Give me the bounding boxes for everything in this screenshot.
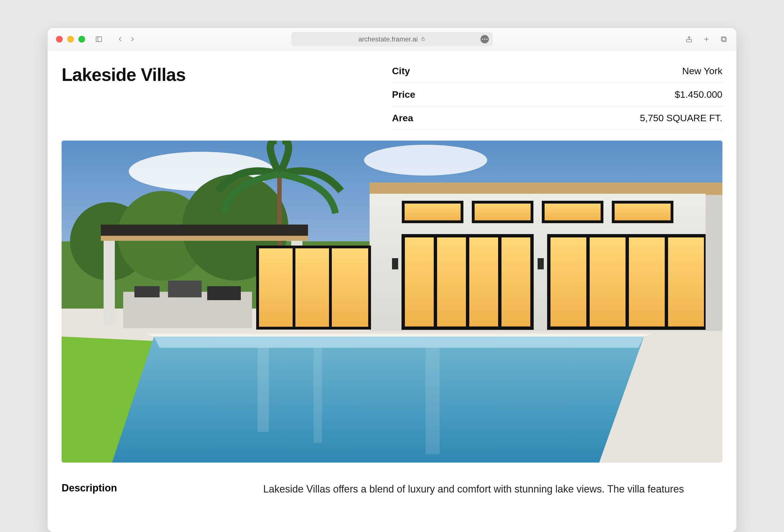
page-content: Lakeside Villas City New York Price $1.4…: [48, 50, 736, 532]
spec-label: City: [392, 65, 410, 77]
spec-row-price: Price $1.450.000: [392, 83, 722, 106]
svg-point-10: [364, 145, 487, 175]
close-window-button[interactable]: [56, 36, 63, 43]
back-button[interactable]: [116, 35, 124, 44]
svg-marker-45: [112, 337, 644, 463]
titlebar: archestate.framer.ai: [48, 28, 736, 50]
svg-rect-6: [722, 37, 726, 41]
zoom-window-button[interactable]: [78, 36, 85, 43]
description-text: Lakeside Villas offers a blend of luxury…: [263, 482, 722, 496]
reader-badge-icon[interactable]: [480, 35, 489, 44]
tabs-overview-icon[interactable]: [720, 35, 728, 44]
description-heading: Description: [62, 482, 241, 496]
svg-rect-21: [473, 202, 532, 222]
share-icon[interactable]: [685, 35, 693, 44]
spec-table: City New York Price $1.450.000 Area 5,75…: [392, 64, 722, 130]
address-bar[interactable]: archestate.framer.ai: [291, 32, 493, 47]
address-bar-url: archestate.framer.ai: [358, 35, 418, 43]
new-tab-icon[interactable]: [702, 35, 711, 44]
spec-row-city: City New York: [392, 64, 722, 83]
svg-rect-43: [168, 281, 202, 297]
svg-rect-35: [101, 236, 308, 241]
svg-rect-2: [422, 39, 425, 40]
svg-rect-23: [613, 202, 672, 222]
svg-marker-47: [146, 334, 652, 337]
svg-rect-33: [706, 183, 722, 195]
svg-rect-52: [538, 258, 544, 269]
svg-rect-44: [207, 286, 241, 300]
svg-rect-34: [101, 225, 308, 236]
svg-marker-46: [154, 337, 644, 348]
spec-label: Area: [392, 113, 413, 123]
browser-window: archestate.framer.ai Lakeside Villas Ci: [48, 28, 736, 532]
svg-rect-22: [543, 202, 602, 222]
spec-value: New York: [682, 65, 722, 77]
svg-rect-38: [258, 247, 370, 328]
svg-rect-32: [706, 185, 722, 331]
svg-rect-36: [104, 241, 115, 325]
spec-value: 5,750 SQUARE FT.: [640, 113, 722, 123]
window-controls: [56, 36, 85, 43]
svg-rect-19: [370, 183, 722, 194]
svg-rect-48: [258, 348, 269, 432]
hero-image: [62, 141, 722, 463]
svg-rect-42: [134, 286, 160, 297]
page-title: Lakeside Villas: [62, 64, 186, 85]
svg-rect-7: [721, 37, 725, 40]
svg-rect-0: [96, 37, 102, 41]
spec-row-area: Area 5,750 SQUARE FT.: [392, 106, 722, 130]
lock-icon: [421, 35, 426, 43]
svg-rect-20: [403, 202, 462, 222]
svg-rect-50: [426, 348, 440, 454]
minimize-window-button[interactable]: [67, 36, 74, 43]
spec-label: Price: [392, 89, 415, 100]
forward-button[interactable]: [128, 35, 137, 44]
svg-rect-49: [314, 348, 322, 443]
spec-value: $1.450.000: [675, 89, 722, 100]
svg-rect-51: [392, 258, 398, 269]
sidebar-toggle-icon[interactable]: [95, 35, 103, 44]
